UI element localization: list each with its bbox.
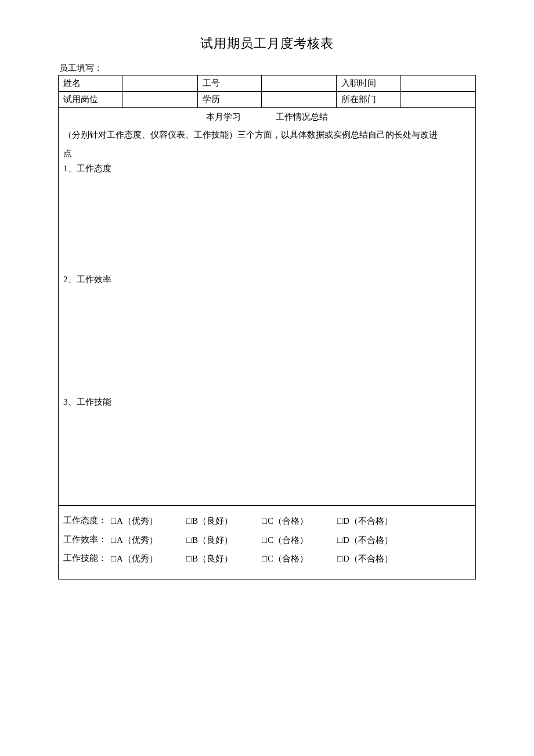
rating-skill-label: 工作技能：	[63, 549, 111, 568]
section-2-label: 2、工作效率	[63, 274, 471, 285]
summary-row: 本月学习 工作情况总结 （分别针对工作态度、仪容仪表、工作技能）三个方面，以具体…	[59, 108, 476, 506]
summary-header-right: 工作情况总结	[276, 111, 328, 123]
rating-opt-text: C（合格）	[268, 554, 308, 563]
rating-efficiency-c[interactable]: □C（合格）	[262, 531, 337, 550]
page-title: 试用期员工月度考核表	[58, 35, 476, 52]
rating-opt-text: D（不合格）	[343, 516, 393, 525]
rating-row-attitude: 工作态度： □A（优秀） □B（良好） □C（合格） □D（不合格）	[63, 512, 471, 531]
id-label: 工号	[197, 75, 261, 92]
department-input[interactable]	[400, 92, 476, 108]
section-1-input[interactable]	[63, 174, 471, 273]
rating-opt-text: B（良好）	[192, 554, 233, 563]
checkbox-icon: □	[337, 512, 342, 530]
section-2-input[interactable]	[63, 285, 471, 395]
rating-opt-text: B（良好）	[192, 535, 233, 545]
rating-efficiency-b[interactable]: □B（良好）	[186, 531, 262, 550]
section-3-input[interactable]	[63, 408, 471, 501]
rating-skill-d[interactable]: □D（不合格）	[337, 549, 413, 568]
summary-desc-line1: （分别针对工作态度、仪容仪表、工作技能）三个方面，以具体数据或实例总结自己的长处…	[63, 126, 471, 143]
checkbox-icon: □	[262, 549, 267, 568]
filler-label: 员工填写：	[58, 63, 476, 74]
rating-row-container: 工作态度： □A（优秀） □B（良好） □C（合格） □D（不合格） 工作效率：…	[59, 506, 476, 579]
name-input[interactable]	[122, 75, 198, 92]
info-row-2: 试用岗位 学历 所在部门	[59, 92, 476, 108]
rating-cell: 工作态度： □A（优秀） □B（良好） □C（合格） □D（不合格） 工作效率：…	[59, 506, 476, 579]
info-table: 姓名 工号 入职时间 试用岗位 学历 所在部门 本月学习 工作情况总结 （分别针…	[58, 75, 476, 579]
checkbox-icon: □	[337, 531, 342, 549]
checkbox-icon: □	[111, 531, 116, 549]
rating-opt-text: B（良好）	[192, 516, 233, 525]
checkbox-icon: □	[186, 549, 192, 568]
section-1-label: 1、工作态度	[63, 163, 471, 174]
rating-opt-text: A（优秀）	[117, 516, 158, 525]
rating-opt-text: A（优秀）	[117, 554, 158, 563]
checkbox-icon: □	[262, 512, 267, 530]
summary-header-left: 本月学习	[206, 111, 241, 123]
rating-attitude-b[interactable]: □B（良好）	[186, 512, 262, 531]
hire-date-label: 入职时间	[337, 75, 400, 92]
info-row-1: 姓名 工号 入职时间	[59, 75, 476, 92]
rating-row-efficiency: 工作效率： □A（优秀） □B（良好） □C（合格） □D（不合格）	[63, 531, 471, 550]
section-3-label: 3、工作技能	[63, 397, 471, 408]
name-label: 姓名	[59, 75, 122, 92]
rating-opt-text: C（合格）	[268, 516, 308, 525]
id-input[interactable]	[261, 75, 337, 92]
rating-attitude-label: 工作态度：	[63, 512, 111, 531]
rating-row-skill: 工作技能： □A（优秀） □B（良好） □C（合格） □D（不合格）	[63, 549, 471, 568]
rating-efficiency-label: 工作效率：	[63, 531, 111, 550]
position-input[interactable]	[122, 92, 198, 108]
summary-desc-line2: 点	[63, 145, 471, 162]
rating-attitude-c[interactable]: □C（合格）	[262, 512, 337, 531]
position-label: 试用岗位	[59, 92, 122, 108]
education-label: 学历	[197, 92, 261, 108]
checkbox-icon: □	[186, 512, 192, 530]
education-input[interactable]	[261, 92, 337, 108]
rating-efficiency-a[interactable]: □A（优秀）	[111, 531, 186, 550]
rating-opt-text: D（不合格）	[343, 535, 393, 545]
rating-opt-text: A（优秀）	[117, 535, 158, 545]
rating-attitude-a[interactable]: □A（优秀）	[111, 512, 186, 531]
summary-cell: 本月学习 工作情况总结 （分别针对工作态度、仪容仪表、工作技能）三个方面，以具体…	[59, 108, 476, 506]
checkbox-icon: □	[186, 531, 192, 549]
rating-skill-b[interactable]: □B（良好）	[186, 549, 262, 568]
rating-skill-a[interactable]: □A（优秀）	[111, 549, 186, 568]
rating-skill-c[interactable]: □C（合格）	[262, 549, 337, 568]
rating-opt-text: C（合格）	[268, 535, 308, 545]
checkbox-icon: □	[111, 549, 116, 568]
checkbox-icon: □	[111, 512, 116, 530]
summary-header: 本月学习 工作情况总结	[63, 111, 471, 123]
hire-date-input[interactable]	[400, 75, 476, 92]
rating-efficiency-d[interactable]: □D（不合格）	[337, 531, 413, 550]
rating-attitude-d[interactable]: □D（不合格）	[337, 512, 413, 531]
rating-opt-text: D（不合格）	[343, 554, 393, 563]
checkbox-icon: □	[262, 531, 267, 549]
department-label: 所在部门	[337, 92, 400, 108]
checkbox-icon: □	[337, 549, 342, 568]
